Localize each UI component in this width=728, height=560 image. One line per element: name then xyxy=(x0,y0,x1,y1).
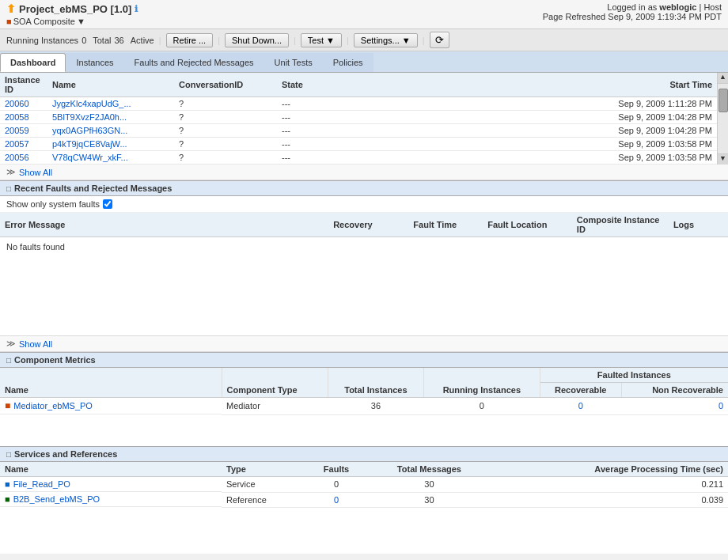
test-button[interactable]: Test ▼ xyxy=(301,33,342,47)
col-name: Name xyxy=(47,73,174,97)
col-logs: Logs xyxy=(669,213,728,237)
metrics-header-row-1: Name Component Type Total Instances Runn… xyxy=(0,368,728,383)
b2b-avg-cell: 0.039 xyxy=(492,492,728,507)
instance-name-link[interactable]: JygzKlc4xapUdG_... xyxy=(52,99,131,108)
b2b-send-row: ■ B2B_Send_ebMS_PO Reference 0 30 0.039 xyxy=(0,492,728,507)
soa-composite[interactable]: ■ SOA Composite ▼ xyxy=(6,17,138,26)
test-label: Test xyxy=(308,36,324,45)
settings-button[interactable]: Settings... ▼ xyxy=(354,33,418,47)
b2b-link[interactable]: B2B_Send_ebMS_PO xyxy=(13,494,100,504)
separator-4: | xyxy=(347,36,349,45)
services-header-row: Name Type Faults Total Messages Average … xyxy=(0,462,728,477)
metrics-spacer-2 xyxy=(0,430,728,446)
col-start-time: Start Time xyxy=(324,73,717,97)
instance-id-link[interactable]: 20056 xyxy=(5,153,29,162)
no-faults-row: No faults found xyxy=(0,237,728,257)
col-error-message: Error Message xyxy=(0,213,298,237)
metrics-section-header[interactable]: □ Component Metrics xyxy=(0,352,728,368)
mediator-total-cell: 36 xyxy=(328,398,423,415)
mediator-row: ■ Mediator_ebMS_PO Mediator 36 0 0 0 xyxy=(0,398,728,415)
col-fault-time: Fault Time xyxy=(408,213,483,237)
no-faults-cell: No faults found xyxy=(0,237,728,257)
instance-id-link[interactable]: 20059 xyxy=(5,126,29,135)
metrics-table: Name Component Type Total Instances Runn… xyxy=(0,368,728,446)
instance-id-link[interactable]: 20060 xyxy=(5,99,29,108)
file-read-type-cell: Service xyxy=(222,477,306,493)
tab-policies[interactable]: Policies xyxy=(323,53,373,72)
running-instances-label: Running Instances xyxy=(6,36,78,45)
table-row: 20056 V78qCW4Wr_xkF... ? --- Sep 9, 2009… xyxy=(0,151,728,165)
faults-table: Error Message Recovery Fault Time Fault … xyxy=(0,213,728,335)
faults-section-header[interactable]: □ Recent Faults and Rejected Messages xyxy=(0,180,728,196)
total-label: Total xyxy=(93,36,111,45)
show-only-system-label: Show only system faults xyxy=(6,199,100,209)
recoverable-link[interactable]: 0 xyxy=(578,401,583,411)
b2b-faults-link[interactable]: 0 xyxy=(334,495,339,505)
retire-button[interactable]: Retire ... xyxy=(166,33,214,47)
metrics-spacer xyxy=(0,414,728,430)
instance-name-link[interactable]: yqx0AGPfH63GN... xyxy=(52,126,127,135)
separator-5: | xyxy=(423,36,425,45)
tab-unit-tests[interactable]: Unit Tests xyxy=(264,53,323,72)
services-table: Name Type Faults Total Messages Average … xyxy=(0,462,728,508)
running-instances-value: 0 xyxy=(82,36,86,45)
metrics-collapse-icon: □ xyxy=(6,356,11,365)
col-total-inst: Total Instances xyxy=(328,368,423,398)
col-svc-avg-time: Average Processing Time (sec) xyxy=(492,462,728,477)
services-collapse-icon: □ xyxy=(6,450,11,459)
file-read-icon: ■ xyxy=(5,479,10,489)
tab-faults[interactable]: Faults and Rejected Messages xyxy=(124,53,264,72)
col-fault-location: Fault Location xyxy=(483,213,572,237)
show-all-faults-arrow: ≫ xyxy=(6,339,16,349)
scrollbar-thumb[interactable] xyxy=(719,89,728,112)
services-section-title: Services and References xyxy=(14,449,117,459)
instance-name-link[interactable]: V78qCW4Wr_xkF... xyxy=(52,153,128,162)
col-comp-type: Component Type xyxy=(222,368,328,398)
system-faults-bar: Show only system faults xyxy=(0,196,728,213)
refresh-button[interactable]: ⟳ xyxy=(430,32,449,48)
faults-section-title: Recent Faults and Rejected Messages xyxy=(14,184,172,193)
username: weblogic xyxy=(659,2,696,12)
faults-table-wrap: Error Message Recovery Fault Time Fault … xyxy=(0,213,728,335)
soa-label: SOA Composite xyxy=(13,17,75,26)
faults-spacer-5 xyxy=(0,320,728,335)
show-all-faults-bar: ≫ Show All xyxy=(0,335,728,352)
file-read-faults-cell: 0 xyxy=(306,477,366,493)
mediator-link[interactable]: Mediator_ebMS_PO xyxy=(13,401,93,411)
instance-name-link[interactable]: 5BlT9XvzF2JA0h... xyxy=(52,112,127,122)
info-icon[interactable]: ℹ xyxy=(135,4,138,14)
file-read-link[interactable]: File_Read_PO xyxy=(13,479,70,489)
non-recoverable-link[interactable]: 0 xyxy=(719,401,723,411)
header-left: ⬆ Project_ebMS_PO [1.0] ℹ ■ SOA Composit… xyxy=(6,2,138,26)
shut-down-button[interactable]: Shut Down... xyxy=(225,33,289,47)
b2b-total-cell: 30 xyxy=(366,492,492,507)
table-row: 20060 JygzKlc4xapUdG_... ? --- Sep 9, 20… xyxy=(0,97,728,111)
scroll-down-arrow[interactable]: ▼ xyxy=(718,153,728,165)
file-read-avg-cell: 0.211 xyxy=(492,477,728,493)
col-recovery: Recovery xyxy=(298,213,409,237)
project-icon: ⬆ xyxy=(6,2,16,15)
show-all-instances-link[interactable]: Show All xyxy=(19,168,52,177)
tab-dashboard[interactable]: Dashboard xyxy=(0,53,66,72)
col-comp-name: Name xyxy=(0,368,222,398)
soa-dropdown-icon[interactable]: ▼ xyxy=(77,17,85,26)
scroll-up-arrow[interactable]: ▲ xyxy=(718,73,728,84)
instance-id-link[interactable]: 20057 xyxy=(5,139,29,149)
tab-instances[interactable]: Instances xyxy=(66,53,123,72)
b2b-faults-cell: 0 xyxy=(306,492,366,507)
col-conv-id: ConversationID xyxy=(174,73,277,97)
services-section-header[interactable]: □ Services and References xyxy=(0,446,728,462)
page-refreshed: Page Refreshed Sep 9, 2009 1:19:34 PM PD… xyxy=(543,12,722,21)
instance-id-link[interactable]: 20058 xyxy=(5,112,29,122)
tabs-bar: Dashboard Instances Faults and Rejected … xyxy=(0,51,728,73)
separator-1: | xyxy=(159,36,161,45)
refresh-icon: ⟳ xyxy=(435,34,444,46)
table-row: 20058 5BlT9XvzF2JA0h... ? --- Sep 9, 200… xyxy=(0,111,728,124)
show-all-faults-link[interactable]: Show All xyxy=(19,339,52,349)
system-faults-checkbox[interactable] xyxy=(103,199,112,209)
instance-name-link[interactable]: p4kT9jqCE8VajW... xyxy=(52,139,127,149)
instances-table: Instance ID Name ConversationID State St… xyxy=(0,73,728,165)
table-scrollbar[interactable]: ▼ ▲ xyxy=(717,73,728,165)
col-non-recoverable: Non Recoverable xyxy=(621,383,728,398)
col-state: State xyxy=(277,73,324,97)
